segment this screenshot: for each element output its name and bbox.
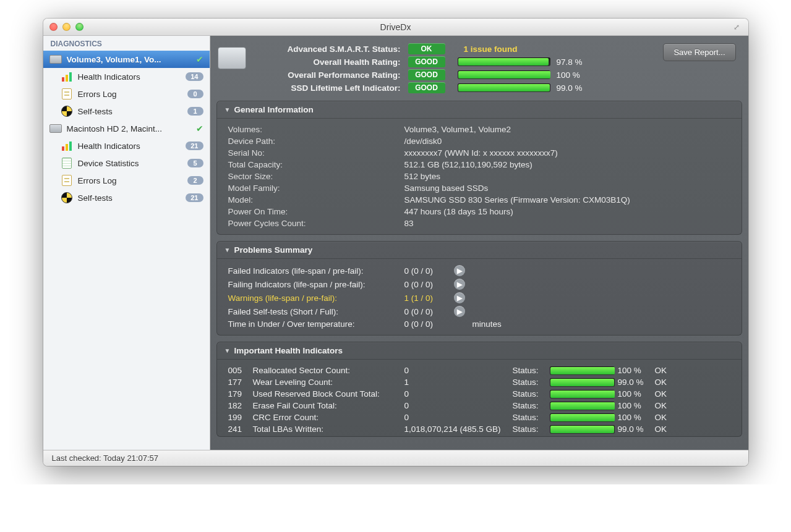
section-header-indicators[interactable]: ▼ Important Health Indicators bbox=[217, 342, 742, 360]
indicator-ok: OK bbox=[655, 366, 680, 375]
section-header-general[interactable]: ▼ General Information bbox=[217, 101, 742, 119]
indicator-value: 1,018,070,214 (485.5 GB) bbox=[404, 424, 513, 434]
info-value: 512 bytes bbox=[404, 172, 730, 181]
problem-key: Failed Self-tests (Short / Full): bbox=[228, 307, 404, 316]
rating-label: Advanced S.M.A.R.T. Status: bbox=[254, 44, 408, 54]
sidebar-item[interactable]: Self-tests 1 bbox=[43, 103, 210, 120]
count-badge: 2 bbox=[187, 176, 203, 185]
sidebar-item-label: Health Indicators bbox=[78, 141, 186, 151]
bars-icon bbox=[61, 140, 73, 152]
sidebar-item-label: Errors Log bbox=[78, 176, 187, 185]
save-report-button[interactable]: Save Report... bbox=[663, 43, 735, 61]
disclosure-triangle-icon: ▼ bbox=[224, 347, 231, 354]
indicator-id: 005 bbox=[228, 366, 253, 375]
status-label: Status: bbox=[513, 378, 550, 387]
indicator-id: 199 bbox=[228, 413, 253, 422]
zoom-icon[interactable] bbox=[75, 23, 83, 31]
log-icon bbox=[61, 88, 73, 100]
sidebar-item[interactable]: Health Indicators 21 bbox=[43, 137, 210, 154]
percent-label: 100 % bbox=[550, 70, 600, 80]
info-key: Model Family: bbox=[228, 184, 404, 193]
section-title: General Information bbox=[234, 105, 313, 114]
sidebar-item-label: Errors Log bbox=[78, 90, 187, 99]
go-button[interactable]: ▶ bbox=[454, 265, 465, 276]
sidebar-item[interactable]: Device Statistics 5 bbox=[43, 154, 210, 172]
indicator-name: Used Reserved Block Count Total: bbox=[253, 389, 404, 399]
bars-icon bbox=[61, 70, 73, 83]
go-button[interactable]: ▶ bbox=[454, 292, 465, 303]
sidebar-drive[interactable]: Volume3, Volume1, Vo... ✔ bbox=[43, 51, 210, 68]
problem-key: Warnings (life-span / pre-fail): bbox=[228, 293, 404, 303]
info-value: Samsung based SSDs bbox=[404, 184, 730, 193]
info-value: 512.1 GB (512,110,190,592 bytes) bbox=[404, 160, 730, 169]
rating-label: Overall Health Rating: bbox=[254, 57, 408, 67]
indicator-ok: OK bbox=[655, 424, 680, 434]
section-header-problems[interactable]: ▼ Problems Summary bbox=[217, 242, 742, 259]
indicator-ok: OK bbox=[655, 378, 680, 387]
indicator-value: 0 bbox=[404, 401, 513, 410]
indicator-row: 177 Wear Leveling Count: 1 Status: 99.0 … bbox=[228, 376, 730, 388]
app-window: DriveDx ⤢ DIAGNOSTICS Volume3, Volume1, … bbox=[43, 19, 748, 466]
count-badge: 21 bbox=[186, 193, 203, 202]
health-bar bbox=[458, 83, 550, 92]
count-badge: 1 bbox=[187, 107, 203, 116]
status-label: Status: bbox=[513, 389, 550, 399]
sidebar-item[interactable]: Self-tests 21 bbox=[43, 189, 210, 206]
indicator-name: Wear Leveling Count: bbox=[253, 378, 404, 387]
problem-row: Failed Self-tests (Short / Full): 0 (0 /… bbox=[228, 305, 730, 318]
sidebar-item[interactable]: Errors Log 0 bbox=[43, 85, 210, 103]
minimize-icon[interactable] bbox=[62, 23, 71, 31]
sidebar-item-label: Device Statistics bbox=[78, 159, 187, 168]
section-general: ▼ General Information Volumes:Volume3, V… bbox=[216, 101, 742, 235]
info-key: Sector Size: bbox=[228, 172, 404, 181]
sidebar-item[interactable]: Errors Log 2 bbox=[43, 172, 210, 189]
titlebar: DriveDx ⤢ bbox=[43, 19, 748, 36]
info-key: Model: bbox=[228, 195, 404, 205]
problem-row: Warnings (life-span / pre-fail): 1 (1 / … bbox=[228, 291, 730, 305]
indicator-pct: 100 % bbox=[618, 401, 655, 410]
info-row: Model:SAMSUNG SSD 830 Series (Firmware V… bbox=[228, 194, 730, 206]
count-badge: 5 bbox=[187, 159, 203, 167]
indicator-bar bbox=[550, 402, 615, 410]
status-pill: GOOD bbox=[408, 56, 445, 67]
check-icon: ✔ bbox=[196, 54, 203, 64]
sidebar-drive[interactable]: Macintosh HD 2, Macint... ✔ bbox=[43, 120, 210, 137]
disclosure-triangle-icon: ▼ bbox=[224, 106, 231, 113]
problem-key: Time in Under / Over temperature: bbox=[228, 319, 404, 329]
indicator-row: 005 Reallocated Sector Count: 0 Status: … bbox=[228, 365, 730, 376]
problem-row: Failing Indicators (life-span / pre-fail… bbox=[228, 277, 730, 291]
indicator-pct: 100 % bbox=[618, 366, 655, 375]
info-value: 83 bbox=[404, 219, 730, 228]
info-key: Power Cycles Count: bbox=[228, 219, 404, 228]
info-value: Volume3, Volume1, Volume2 bbox=[404, 125, 730, 134]
info-key: Serial No: bbox=[228, 148, 404, 158]
sidebar-item[interactable]: Health Indicators 14 bbox=[43, 68, 210, 85]
go-button[interactable]: ▶ bbox=[454, 306, 465, 317]
indicator-name: Total LBAs Written: bbox=[253, 424, 404, 434]
info-key: Power On Time: bbox=[228, 207, 404, 216]
indicator-pct: 99.0 % bbox=[618, 424, 655, 434]
section-indicators: ▼ Important Health Indicators 005 Reallo… bbox=[216, 342, 742, 437]
indicator-name: Erase Fail Count Total: bbox=[253, 401, 404, 410]
problem-row: Failed Indicators (life-span / pre-fail)… bbox=[228, 264, 730, 277]
indicator-bar bbox=[550, 413, 615, 422]
close-icon[interactable] bbox=[49, 23, 58, 31]
drive-icon bbox=[49, 53, 62, 65]
health-bar bbox=[458, 57, 550, 66]
traffic-lights bbox=[49, 23, 83, 31]
status-pill: OK bbox=[408, 43, 445, 54]
problem-value: 0 (0 / 0) bbox=[404, 280, 454, 289]
fullscreen-icon[interactable]: ⤢ bbox=[733, 23, 742, 32]
sidebar-item-label: Self-tests bbox=[78, 193, 186, 203]
selftest-icon bbox=[61, 105, 73, 117]
count-badge: 0 bbox=[187, 90, 203, 98]
info-row: Power Cycles Count:83 bbox=[228, 217, 730, 229]
sidebar: DIAGNOSTICS Volume3, Volume1, Vo... ✔ He… bbox=[43, 36, 210, 450]
indicator-value: 0 bbox=[404, 366, 513, 375]
section-title: Important Health Indicators bbox=[234, 346, 343, 355]
go-button[interactable]: ▶ bbox=[454, 279, 465, 290]
status-label: Status: bbox=[513, 413, 550, 422]
indicator-ok: OK bbox=[655, 401, 680, 410]
problem-key: Failed Indicators (life-span / pre-fail)… bbox=[228, 266, 404, 276]
indicator-pct: 100 % bbox=[618, 389, 655, 399]
